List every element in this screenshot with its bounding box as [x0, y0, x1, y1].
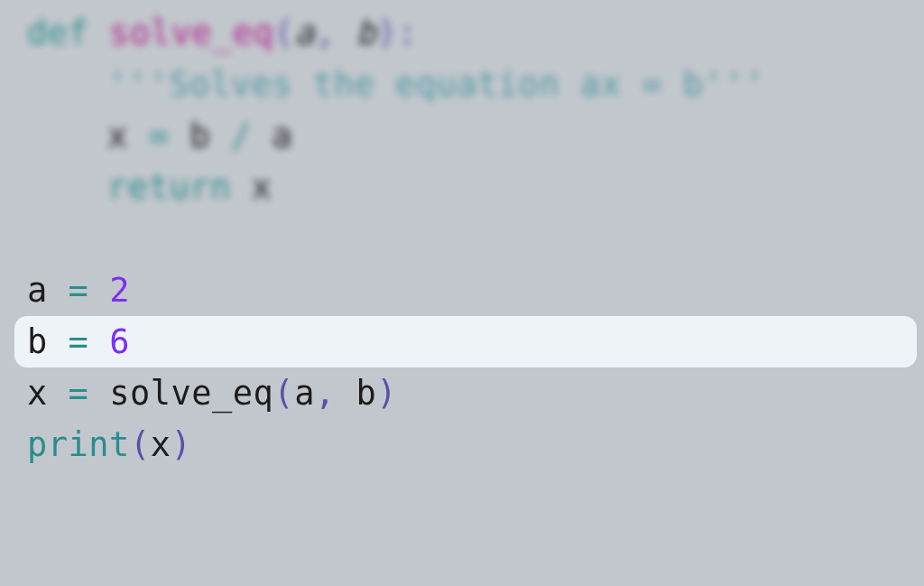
code-line: return x [27, 162, 924, 213]
space [88, 322, 109, 361]
number-literal: 2 [109, 271, 130, 310]
space [252, 116, 273, 155]
builtin-print: print [27, 425, 130, 464]
space [169, 116, 189, 155]
op-eq: = [69, 374, 89, 413]
paren-close: ) [376, 14, 397, 52]
var-b: b [189, 116, 231, 155]
paren-open: ( [273, 374, 294, 413]
var-x: x [151, 425, 171, 464]
comma: , [315, 374, 356, 413]
var-a: a [27, 271, 69, 310]
current-line-highlight [14, 316, 917, 367]
code-line: '''Solves the equation ax = b''' [27, 59, 924, 110]
code-line-current: b = 6 [27, 316, 924, 367]
var-a: a [272, 116, 292, 155]
keyword-return: return [107, 168, 251, 207]
space [88, 374, 109, 413]
colon: : [397, 14, 418, 52]
paren-open: ( [273, 14, 294, 52]
var-b: b [27, 322, 69, 361]
op-eq: = [69, 322, 89, 361]
space [88, 271, 109, 310]
paren-close: ) [376, 374, 397, 413]
keyword-def: def [27, 14, 109, 52]
arg-a: a [294, 374, 315, 413]
code-line: x = b / a [27, 110, 924, 162]
docstring: '''Solves the equation ax = b''' [107, 65, 765, 104]
var-x: x [107, 116, 149, 155]
code-editor[interactable]: def solve_eq(a, b): '''Solves the equati… [0, 0, 924, 470]
code-line-blank [27, 213, 924, 265]
op-eq: = [69, 271, 89, 310]
function-name: solve_eq [109, 14, 273, 52]
paren-open: ( [130, 425, 151, 464]
code-line: a = 2 [27, 265, 924, 316]
arg-b: b [356, 374, 376, 413]
code-line: x = solve_eq(a, b) [27, 367, 924, 419]
param-b: b [356, 14, 376, 52]
paren-close: ) [171, 425, 191, 464]
var-x: x [252, 168, 273, 207]
function-call: solve_eq [109, 374, 273, 413]
param-a: a [294, 14, 315, 52]
var-x: x [27, 374, 69, 413]
code-line: def solve_eq(a, b): [27, 7, 924, 59]
op-eq: = [149, 116, 170, 155]
number-literal: 6 [109, 322, 130, 361]
code-line: print(x) [27, 419, 924, 470]
op-div: / [231, 116, 252, 155]
comma: , [315, 14, 356, 52]
